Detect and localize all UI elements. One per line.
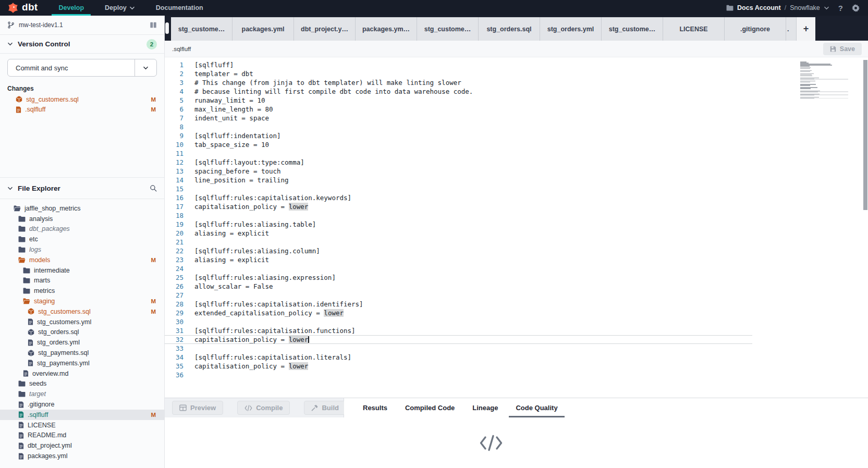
file-tree-item[interactable]: logs	[0, 244, 164, 255]
file-tree-item[interactable]: seeds	[0, 379, 164, 389]
file-explorer-header[interactable]: File Explorer	[0, 177, 164, 199]
dbt-logo[interactable]: dbt	[0, 0, 48, 16]
file-tab[interactable]: stg_orders.yml	[540, 17, 602, 41]
code-line[interactable]: 28[sqlfluff:rules:capitalisation.identif…	[165, 300, 868, 309]
commit-and-sync-button[interactable]: Commit and sync	[7, 59, 157, 77]
code-line[interactable]: 30	[165, 317, 868, 326]
save-button[interactable]: Save	[823, 43, 862, 55]
editor-minimap[interactable]	[800, 61, 840, 100]
file-tree-item[interactable]: stg_customers.yml	[0, 317, 164, 327]
file-tree-item[interactable]: stg_orders.yml	[0, 337, 164, 348]
file-tab[interactable]: stg_custome…	[602, 17, 663, 41]
code-line[interactable]: 3# This change (from jinja to dbt templa…	[165, 78, 868, 87]
code-line[interactable]: 16[sqlfluff:rules:capitalisation.keyword…	[165, 193, 868, 202]
file-tree-item[interactable]: .gitignore	[0, 399, 164, 410]
file-tab[interactable]: LICENSE	[663, 17, 725, 41]
code-line[interactable]: 36	[165, 371, 868, 379]
code-line[interactable]: 21	[165, 238, 868, 247]
nav-item-develop[interactable]: Develop	[48, 0, 94, 16]
file-tree-item[interactable]: dbt_packages	[0, 224, 164, 235]
panel-tab-results[interactable]: Results	[363, 398, 387, 417]
file-tree-item[interactable]: stg_customers.sqlM	[0, 306, 164, 317]
search-icon[interactable]	[150, 184, 157, 192]
file-tab[interactable]: stg_custome…	[171, 17, 233, 41]
panel-tab-lineage[interactable]: Lineage	[472, 398, 498, 417]
code-line[interactable]: 5runaway_limit = 10	[165, 96, 868, 105]
code-line[interactable]: 6max_line_length = 80	[165, 105, 868, 114]
file-tree-item[interactable]: metrics	[0, 286, 164, 296]
file-tree-item[interactable]: etc	[0, 234, 164, 244]
gear-icon[interactable]	[852, 4, 860, 12]
file-tree-item[interactable]: dbt_project.yml	[0, 440, 164, 451]
code-line[interactable]: 23aliasing = explicit	[165, 255, 868, 264]
new-tab-button[interactable]: +	[797, 17, 815, 41]
code-line[interactable]: 2templater = dbt	[165, 69, 868, 78]
code-line[interactable]: 1[sqlfluff]	[165, 60, 868, 69]
file-tree-item[interactable]: target	[0, 389, 164, 399]
code-line[interactable]: 24	[165, 264, 868, 273]
compile-button[interactable]: Compile	[237, 401, 290, 415]
file-tab[interactable]: packages.yml	[233, 17, 294, 41]
file-tree-item[interactable]: modelsM	[0, 255, 164, 265]
preview-button[interactable]: Preview	[172, 401, 223, 415]
code-line[interactable]: 17capitalisation_policy = lower	[165, 202, 868, 211]
file-tree-item[interactable]: stagingM	[0, 296, 164, 306]
code-line[interactable]: 29extended_capitalisation_policy = lower	[165, 309, 868, 317]
code-line[interactable]: 34[sqlfluff:rules:capitalisation.literal…	[165, 353, 868, 362]
code-line[interactable]: 18	[165, 211, 868, 220]
code-line[interactable]: 19[sqlfluff:rules:aliasing.table]	[165, 220, 868, 229]
file-tree-item[interactable]: .sqlfluffM	[0, 410, 164, 420]
code-line[interactable]: 9[sqlfluff:indentation]	[165, 131, 868, 140]
columns-layout-icon[interactable]	[150, 21, 157, 29]
code-line[interactable]: 27	[165, 291, 868, 300]
commit-options-button[interactable]	[135, 59, 156, 76]
code-line[interactable]: 33	[165, 344, 868, 353]
version-control-header[interactable]: Version Control 2	[0, 35, 164, 54]
file-tab[interactable]: .gitignore	[725, 17, 786, 41]
code-line[interactable]: 4# because linting will first compile db…	[165, 87, 868, 96]
file-tab[interactable]: stg_custome…	[417, 17, 479, 41]
nav-item-deploy[interactable]: Deploy	[94, 0, 145, 16]
panel-tab-code-quality[interactable]: Code Quality	[516, 398, 557, 417]
code-line[interactable]: 35capitalisation_policy = lower	[165, 362, 868, 371]
code-line[interactable]: 26allow_scalar = False	[165, 282, 868, 291]
code-line[interactable]: 32capitalisation_policy = lower	[165, 335, 868, 344]
file-tree-item[interactable]: overview.md	[0, 368, 164, 379]
code-line[interactable]: 10tab_space_size = 10	[165, 140, 868, 149]
changed-file-item[interactable]: stg_customers.sqlM	[0, 94, 164, 105]
file-tree-item[interactable]: jaffle_shop_metrics	[0, 203, 164, 214]
code-line[interactable]: 25[sqlfluff:rules:aliasing.expression]	[165, 273, 868, 282]
file-tree-item[interactable]: intermediate	[0, 265, 164, 276]
file-tree-item[interactable]: stg_payments.yml	[0, 358, 164, 368]
file-tree-item[interactable]: README.md	[0, 430, 164, 441]
nav-item-documentation[interactable]: Documentation	[145, 0, 214, 16]
file-tab[interactable]: packages.ym…	[356, 17, 417, 41]
help-icon[interactable]: ?	[838, 4, 843, 13]
code-line[interactable]: 20aliasing = explicit	[165, 229, 868, 238]
file-tree-item[interactable]: LICENSE	[0, 420, 164, 430]
branch-selector[interactable]: mw-test-idev1.1	[0, 16, 164, 35]
editor-scrollbar[interactable]	[863, 60, 867, 210]
code-line[interactable]: 8	[165, 122, 868, 131]
file-tab[interactable]: .	[786, 17, 797, 41]
code-line[interactable]: 12[sqlfluff:layout:type:comma]	[165, 158, 868, 167]
code-line[interactable]: 14line_position = trailing	[165, 176, 868, 184]
file-tree-item-name: .sqlfluff	[28, 411, 147, 418]
code-line[interactable]: 31[sqlfluff:rules:capitalisation.functio…	[165, 326, 868, 335]
file-tree-item[interactable]: packages.yml	[0, 451, 164, 461]
code-line[interactable]: 13spacing_before = touch	[165, 167, 868, 176]
panel-tab-compiled-code[interactable]: Compiled Code	[405, 398, 455, 417]
changed-file-item[interactable]: .sqlfluffM	[0, 105, 164, 115]
code-line[interactable]: 15	[165, 184, 868, 193]
account-switcher[interactable]: Docs Account / Snowflake	[726, 4, 829, 11]
file-tab[interactable]: dbt_project.y…	[294, 17, 356, 41]
file-tree-item[interactable]: marts	[0, 276, 164, 286]
file-tab[interactable]: stg_orders.sql	[479, 17, 540, 41]
file-tree-item[interactable]: stg_orders.sql	[0, 327, 164, 338]
file-tree-item[interactable]: stg_payments.sql	[0, 348, 164, 358]
code-line[interactable]: 22[sqlfluff:rules:aliasing.column]	[165, 247, 868, 255]
file-tree-item[interactable]: analysis	[0, 214, 164, 224]
code-editor[interactable]: 1[sqlfluff]2templater = dbt3# This chang…	[165, 57, 868, 398]
code-line[interactable]: 7indent_unit = space	[165, 114, 868, 122]
code-line[interactable]: 11	[165, 149, 868, 158]
